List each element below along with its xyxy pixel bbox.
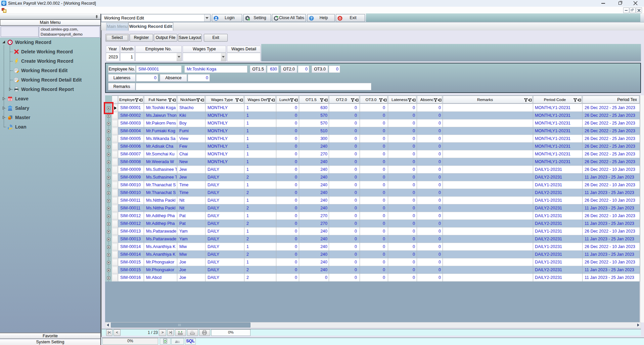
svg-text:?: ? bbox=[310, 16, 312, 20]
